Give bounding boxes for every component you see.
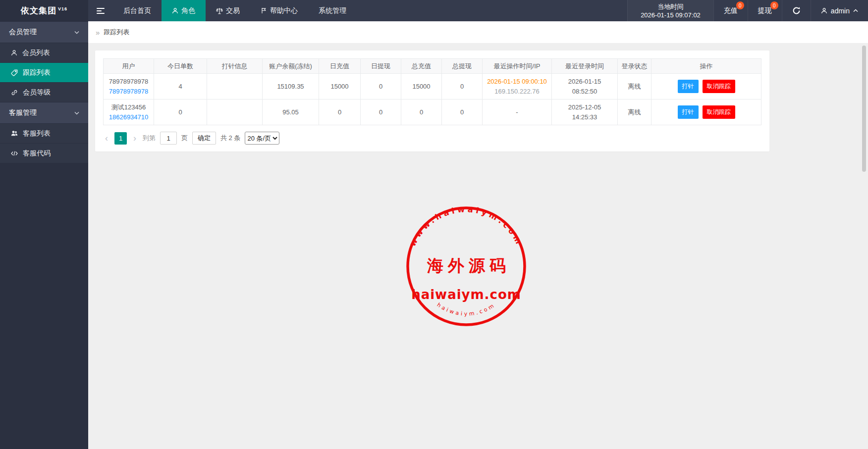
breadcrumb: » 跟踪列表 — [88, 21, 868, 44]
actions-cell: 打针取消跟踪 — [651, 100, 761, 125]
col-total-recharge: 总充值 — [401, 59, 442, 74]
sidebar-toggle-icon[interactable] — [88, 0, 113, 21]
table-row: 78978978978 78978978978 4 15109.35 15000… — [104, 74, 761, 100]
col-balance: 账户余额(冻结) — [263, 59, 319, 74]
scales-icon — [216, 7, 223, 14]
last-login-cell: 2025-12-05 14:25:33 — [552, 100, 618, 125]
last-login-cell: 2026-01-15 08:52:50 — [552, 74, 618, 100]
pagination: ‹ 1 › 到第 页 确定 共 2 条 20 条/页 — [103, 132, 761, 145]
today-orders-link[interactable]: 4 — [154, 74, 207, 100]
nav-transactions-label: 交易 — [226, 6, 240, 15]
sidebar-item-service-code[interactable]: 客服代码 — [0, 143, 88, 163]
total-recharge-link[interactable]: 15000 — [401, 74, 442, 100]
sidebar-group-service-management[interactable]: 客服管理 — [0, 102, 88, 123]
breadcrumb-arrow-icon: » — [96, 28, 100, 37]
nav-dashboard[interactable]: 后台首页 — [113, 0, 162, 21]
admin-username: admin — [831, 7, 850, 15]
vertical-scrollbar[interactable] — [862, 46, 866, 172]
table-header-row: 用户 今日单数 打针信息 账户余额(冻结) 日充值 日提现 总充值 总提现 最近… — [104, 59, 761, 74]
balance-cell: 95.05 — [263, 100, 319, 125]
main-area: » 跟踪列表 用户 今日单数 打针信息 账户余额(冻结) 日充值 日 — [88, 21, 868, 449]
day-withdraw-cell: 0 — [361, 74, 401, 100]
login-status-badge: 离线 — [618, 74, 651, 100]
top-bar: 依文集团 V16 后台首页 角色 交易 帮助中心 系统管理 当地时间 2026-… — [0, 0, 868, 21]
recharge-button[interactable]: 充值 0 — [713, 0, 748, 21]
table-row: 测试123456 18626934710 0 95.05 0 0 0 0 - — [104, 100, 761, 125]
tag-icon — [11, 69, 18, 76]
sidebar-group-member-management[interactable]: 会员管理 — [0, 22, 88, 43]
col-login-status: 登录状态 — [618, 59, 651, 74]
sidebar-item-member-list[interactable]: 会员列表 — [0, 43, 88, 62]
user-name: 测试123456 — [107, 102, 151, 112]
withdraw-button[interactable]: 提现 0 — [748, 0, 782, 21]
col-day-withdraw: 日提现 — [361, 59, 401, 74]
next-page-icon[interactable]: › — [131, 134, 138, 143]
page-size-select[interactable]: 20 条/页 — [245, 132, 279, 145]
inject-button[interactable]: 打针 — [678, 105, 699, 119]
tracking-list-card: 用户 今日单数 打针信息 账户余额(冻结) 日充值 日提现 总充值 总提现 最近… — [95, 50, 769, 151]
chevron-up-icon — [853, 9, 858, 12]
last-op-cell: - — [483, 100, 552, 125]
nav-help-center[interactable]: 帮助中心 — [250, 0, 308, 21]
nav-help-center-label: 帮助中心 — [270, 6, 298, 15]
sidebar-item-label: 客服代码 — [23, 149, 51, 158]
brand-logo: 依文集团 V16 — [0, 0, 88, 21]
sidebar-item-service-list[interactable]: 客服列表 — [0, 123, 88, 143]
nav-roles[interactable]: 角色 — [162, 0, 206, 21]
admin-menu[interactable]: admin — [811, 0, 868, 21]
user-phone-link[interactable]: 18626934710 — [107, 112, 151, 122]
local-time-label: 当地时间 — [658, 2, 684, 11]
sidebar-item-member-level[interactable]: 会员等级 — [0, 82, 88, 102]
actions-cell: 打针取消跟踪 — [651, 74, 761, 100]
local-time-value: 2026-01-15 09:07:02 — [641, 11, 701, 19]
inject-button[interactable]: 打针 — [678, 80, 699, 93]
nav-dashboard-label: 后台首页 — [123, 6, 151, 15]
nav-system[interactable]: 系统管理 — [308, 0, 357, 21]
total-withdraw-link[interactable]: 0 — [442, 74, 483, 100]
cancel-track-button[interactable]: 取消跟踪 — [703, 80, 735, 93]
nav-roles-label: 角色 — [181, 6, 195, 15]
day-withdraw-cell: 0 — [361, 100, 401, 125]
total-withdraw-link[interactable]: 0 — [442, 100, 483, 125]
day-recharge-cell: 15000 — [319, 74, 361, 100]
flag-icon — [261, 7, 267, 14]
local-time: 当地时间 2026-01-15 09:07:02 — [627, 0, 713, 21]
sidebar: 会员管理 会员列表 跟踪列表 会员等级 客服管理 客服列表 客服代码 — [0, 21, 88, 449]
person-icon — [11, 50, 17, 56]
login-status-badge: 离线 — [618, 100, 651, 125]
last-op-time: 2026-01-15 09:00:10 — [486, 77, 548, 87]
user-name: 78978978978 — [107, 77, 151, 87]
goto-page-input[interactable] — [160, 132, 177, 145]
col-last-login: 最近登录时间 — [552, 59, 618, 74]
cancel-track-button[interactable]: 取消跟踪 — [703, 105, 735, 119]
recharge-label: 充值 — [724, 6, 738, 15]
refresh-icon — [792, 6, 801, 15]
prev-page-icon[interactable]: ‹ — [103, 134, 110, 143]
sidebar-item-tracking-list[interactable]: 跟踪列表 — [0, 62, 88, 82]
withdraw-badge: 0 — [770, 1, 778, 9]
day-recharge-cell: 0 — [319, 100, 361, 125]
last-op-ip: 169.150.222.76 — [486, 87, 548, 97]
col-total-withdraw: 总提现 — [442, 59, 483, 74]
col-last-op: 最近操作时间/IP — [483, 59, 552, 74]
user-cell: 78978978978 78978978978 — [104, 74, 154, 100]
inject-info-cell — [207, 100, 263, 125]
balance-cell: 15109.35 — [263, 74, 319, 100]
top-navigation: 后台首页 角色 交易 帮助中心 系统管理 — [113, 0, 357, 21]
col-actions: 操作 — [651, 59, 761, 74]
inject-info-cell — [207, 74, 263, 100]
goto-label: 到第 — [143, 134, 156, 143]
link-icon — [11, 89, 18, 96]
nav-transactions[interactable]: 交易 — [206, 0, 250, 21]
sidebar-item-label: 客服列表 — [23, 129, 51, 138]
user-phone-link[interactable]: 78978978978 — [107, 87, 151, 97]
col-day-recharge: 日充值 — [319, 59, 361, 74]
col-user: 用户 — [104, 59, 154, 74]
refresh-button[interactable] — [782, 0, 811, 21]
user-cell: 测试123456 18626934710 — [104, 100, 154, 125]
recharge-badge: 0 — [736, 1, 744, 9]
confirm-button[interactable]: 确定 — [192, 132, 216, 145]
total-recharge-link[interactable]: 0 — [401, 100, 442, 125]
today-orders-link[interactable]: 0 — [154, 100, 207, 125]
page-number-button[interactable]: 1 — [114, 132, 127, 145]
